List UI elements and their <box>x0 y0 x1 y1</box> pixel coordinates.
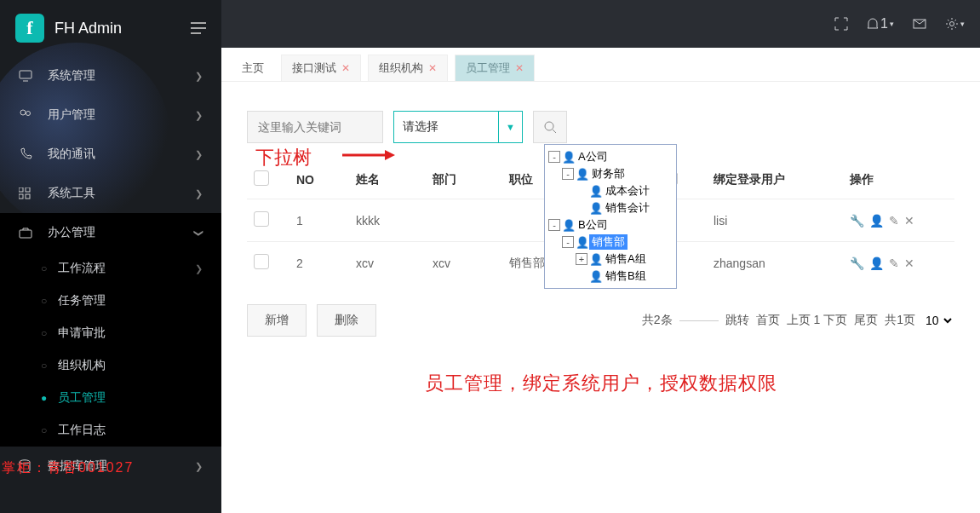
pager-first[interactable]: 首页 <box>756 313 780 328</box>
person-icon: 👤 <box>562 151 574 164</box>
search-button[interactable] <box>533 111 567 143</box>
wrench-icon[interactable]: 🔧 <box>850 256 864 270</box>
tree-expand-icon[interactable]: - <box>562 236 574 248</box>
wrench-icon[interactable]: 🔧 <box>850 214 864 228</box>
tree-node-label: 财务部 <box>589 166 628 182</box>
tree-node-label: 销售A组 <box>603 251 649 267</box>
svg-point-11 <box>545 122 553 130</box>
tab-api-test[interactable]: 接口测试✕ <box>281 55 361 81</box>
tree-node[interactable]: +👤销售A组 <box>547 251 674 268</box>
sidebar-item-system-tools[interactable]: 系统工具 ❯ <box>0 174 221 213</box>
monitor-icon <box>19 70 34 82</box>
tab-home[interactable]: 主页 <box>232 55 274 81</box>
row-checkbox[interactable] <box>254 211 269 227</box>
person-icon: 👤 <box>589 202 601 215</box>
row-actions: 🔧👤✎✕ <box>850 214 914 228</box>
tree-dropdown: -👤A公司-👤财务部👤成本会计👤销售会计-👤B公司-👤销售部+👤销售A组👤销售B… <box>544 144 677 289</box>
person-icon: 👤 <box>589 253 601 266</box>
sidebar-item-my-contacts[interactable]: 我的通讯 ❯ <box>0 135 221 174</box>
sidebar-sub-tasks[interactable]: ○任务管理 <box>0 285 221 317</box>
app-logo-icon: f <box>15 14 44 43</box>
svg-rect-3 <box>19 187 23 192</box>
sidebar-item-system-manage[interactable]: 系统管理 ❯ <box>0 56 221 95</box>
page-size-select[interactable]: 10 <box>922 313 954 328</box>
pager-jump[interactable]: 跳转 <box>725 313 749 328</box>
gear-icon[interactable]: ▾ <box>945 17 965 31</box>
mail-icon[interactable] <box>913 19 926 29</box>
tab-staff[interactable]: 员工管理✕ <box>455 55 535 81</box>
sidebar-item-label: 系统管理 <box>48 68 95 84</box>
chevron-right-icon: ❯ <box>195 149 203 160</box>
svg-point-1 <box>20 110 26 115</box>
sidebar-item-label: 办公管理 <box>48 225 95 240</box>
person-icon: 👤 <box>589 185 601 198</box>
delete-icon[interactable]: ✕ <box>904 256 914 270</box>
tree-expand-icon[interactable]: - <box>548 219 560 231</box>
fullscreen-icon[interactable] <box>834 17 848 31</box>
tree-node[interactable]: 👤成本会计 <box>547 182 674 199</box>
tree-node-label: 成本会计 <box>603 183 652 199</box>
person-icon: 👤 <box>576 168 587 181</box>
tree-node[interactable]: 👤销售会计 <box>547 199 674 216</box>
tree-node[interactable]: -👤财务部 <box>547 165 674 182</box>
tree-node-label: B公司 <box>576 217 610 233</box>
chevron-right-icon: ❯ <box>195 461 203 472</box>
sidebar-sub-org[interactable]: ○组织机构 <box>0 349 221 382</box>
tree-node[interactable]: 👤销售B组 <box>547 268 674 285</box>
tree-node-label: A公司 <box>576 149 610 164</box>
sidebar: f FH Admin 系统管理 ❯ 用户管理 ❯ 我的通讯 ❯ 系统工具 ❯ <box>0 0 221 513</box>
users-icon <box>19 109 34 121</box>
svg-rect-0 <box>20 71 32 78</box>
tree-node[interactable]: -👤A公司 <box>547 148 674 165</box>
pager-next[interactable]: 下页 <box>823 313 847 326</box>
chevron-right-icon: ❯ <box>195 110 203 121</box>
sidebar-sub-staff[interactable]: ●员工管理 <box>0 382 221 414</box>
edit-icon[interactable]: ✎ <box>889 256 899 270</box>
person-icon: 👤 <box>562 219 574 232</box>
org-select[interactable]: 请选择 ▼ -👤A公司-👤财务部👤成本会计👤销售会计-👤B公司-👤销售部+👤销售… <box>393 111 523 143</box>
pager-last[interactable]: 尾页 <box>854 313 878 328</box>
tree-expand-icon[interactable]: - <box>548 151 560 163</box>
tree-node[interactable]: -👤销售部 <box>547 233 674 251</box>
sidebar-sub-workflow[interactable]: ○工作流程❯ <box>0 252 221 285</box>
sidebar-collapse-icon[interactable] <box>191 19 206 38</box>
chevron-down-icon[interactable]: ▼ <box>498 112 522 142</box>
delete-button[interactable]: 删除 <box>317 304 376 337</box>
keyword-input[interactable] <box>247 111 383 143</box>
sidebar-item-label: 系统工具 <box>48 186 95 201</box>
close-icon[interactable]: ✕ <box>341 62 350 74</box>
tree-expand-icon[interactable]: - <box>562 168 574 180</box>
briefcase-icon <box>19 227 34 239</box>
tab-org[interactable]: 组织机构✕ <box>368 55 448 81</box>
delete-icon[interactable]: ✕ <box>904 214 914 228</box>
sidebar-item-office-manage[interactable]: 办公管理 ❯ <box>0 213 221 252</box>
tree-node[interactable]: -👤B公司 <box>547 216 674 233</box>
user-icon[interactable]: 👤 <box>869 256 884 270</box>
annotation-tree-label: 下拉树 <box>255 145 312 170</box>
add-button[interactable]: 新增 <box>247 304 307 337</box>
sidebar-item-user-manage[interactable]: 用户管理 ❯ <box>0 95 221 135</box>
sidebar-item-label: 我的通讯 <box>48 147 95 162</box>
svg-rect-4 <box>26 187 30 192</box>
user-icon[interactable]: 👤 <box>869 214 884 228</box>
button-row: 新增 删除 共2条 跳转 首页 上页 1 下页 尾页 共1页 10 <box>247 304 954 337</box>
tree-node-label: 销售B组 <box>603 268 649 284</box>
tabs-bar: 主页 接口测试✕ 组织机构✕ 员工管理✕ <box>221 48 980 82</box>
edit-icon[interactable]: ✎ <box>889 214 899 228</box>
close-icon[interactable]: ✕ <box>515 62 524 74</box>
sidebar-sub-worklog[interactable]: ○工作日志 <box>0 414 221 447</box>
pager-prev[interactable]: 上页 <box>787 313 811 326</box>
row-actions: 🔧👤✎✕ <box>850 256 914 270</box>
person-icon: 👤 <box>589 270 601 283</box>
app-title: FH Admin <box>54 20 122 37</box>
tree-expand-icon[interactable]: + <box>576 253 587 265</box>
notifications-button[interactable]: 1▾ <box>867 16 894 32</box>
row-checkbox[interactable] <box>254 254 269 269</box>
svg-point-10 <box>950 22 954 26</box>
checkbox-all[interactable] <box>254 170 269 186</box>
sidebar-sub-approval[interactable]: ○申请审批 <box>0 317 221 349</box>
pagination: 共2条 跳转 首页 上页 1 下页 尾页 共1页 10 <box>642 313 954 328</box>
svg-rect-6 <box>26 194 30 199</box>
right-pane: 1▾ ▾ 主页 接口测试✕ 组织机构✕ 员工管理✕ 请选择 ▼ -👤A公司-👤财… <box>221 0 980 513</box>
close-icon[interactable]: ✕ <box>428 62 437 74</box>
